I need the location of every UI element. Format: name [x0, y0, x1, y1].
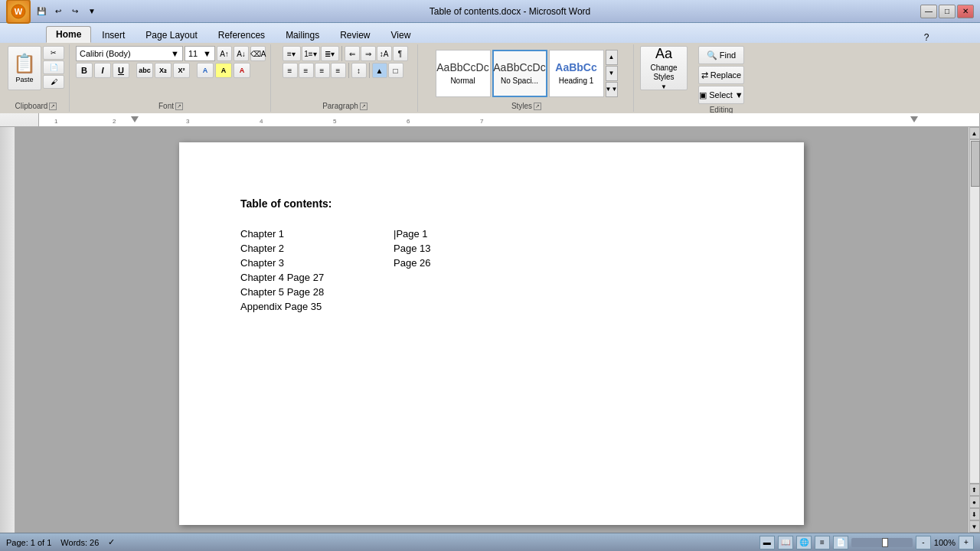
styles-label: Styles: [511, 102, 532, 110]
window-title: Table of contents.docx - Microsoft Word: [100, 6, 920, 17]
styles-more[interactable]: ▼▼: [606, 82, 618, 97]
chapter-2-label: Chapter 2: [240, 243, 394, 254]
line-spacing-button[interactable]: ↕: [351, 63, 367, 78]
minimize-button[interactable]: —: [920, 5, 937, 18]
bold-button[interactable]: B: [76, 63, 93, 78]
tab-mailings[interactable]: Mailings: [276, 27, 329, 43]
increase-font-button[interactable]: A↑: [217, 46, 232, 61]
copy-button[interactable]: 📄: [43, 60, 64, 74]
ruler-mark-2: 2: [113, 118, 116, 125]
styles-scroll-up[interactable]: ▲: [606, 50, 618, 65]
vertical-scrollbar[interactable]: ▲ ⬆ ● ⬇ ▼: [968, 127, 980, 533]
sort-button[interactable]: ↕A: [377, 46, 392, 61]
save-quick-btn[interactable]: 💾: [34, 4, 49, 19]
tab-review[interactable]: Review: [330, 27, 380, 43]
redo-quick-btn[interactable]: ↪: [67, 4, 83, 19]
font-expand-icon[interactable]: ↗: [175, 103, 183, 110]
align-left-button[interactable]: ≡: [283, 63, 298, 78]
paragraph-expand-icon[interactable]: ↗: [360, 103, 368, 110]
select-browse-button[interactable]: ●: [969, 496, 980, 508]
shading-button[interactable]: ▲: [372, 63, 387, 78]
zoom-slider[interactable]: [851, 538, 913, 547]
select-button[interactable]: ▣ Select ▼: [698, 86, 744, 104]
subscript-button[interactable]: X₂: [155, 63, 172, 78]
draft-button[interactable]: 📄: [833, 536, 848, 549]
tab-page-layout[interactable]: Page Layout: [136, 27, 207, 43]
replace-button[interactable]: ⇄ Replace: [698, 66, 744, 84]
statusbar: Page: 1 of 1 Words: 26 ✓ ▬ 📖 🌐 ≡ 📄 - 100…: [0, 533, 980, 551]
bullets-button[interactable]: ≡▾: [283, 46, 301, 61]
list-row: ≡▾ 1≡▾ ≣▾ ⇐ ⇒ ↕A ¶: [283, 46, 408, 61]
clear-format-button[interactable]: ⌫A: [250, 46, 266, 61]
tab-references[interactable]: References: [208, 27, 275, 43]
page-prev-button[interactable]: ⬆: [969, 484, 980, 496]
print-layout-button[interactable]: ▬: [760, 536, 775, 549]
align-right-button[interactable]: ≡: [315, 63, 330, 78]
web-layout-button[interactable]: 🌐: [796, 536, 812, 549]
italic-button[interactable]: I: [94, 63, 111, 78]
ribbon-content: 📋 Paste ✂ 📄 🖌 Clipboard ↗ Calibri (Body)…: [0, 43, 980, 113]
border-button[interactable]: □: [388, 63, 403, 78]
scroll-track[interactable]: [969, 139, 980, 484]
increase-indent-button[interactable]: ⇒: [361, 46, 376, 61]
numbering-button[interactable]: 1≡▾: [302, 46, 320, 61]
zoom-out-button[interactable]: -: [916, 536, 931, 549]
styles-scroll-down[interactable]: ▼: [606, 66, 618, 81]
font-family-value: Calibri (Body): [80, 49, 131, 58]
show-marks-button[interactable]: ¶: [393, 46, 408, 61]
change-styles-group: Aa ChangeStyles ▼: [635, 44, 692, 112]
titlebar: W 💾 ↩ ↪ ▼ Table of contents.docx - Micro…: [0, 0, 980, 23]
document-area[interactable]: Table of contents: Chapter 1 |Page 1 Cha…: [15, 127, 968, 533]
align-center-button[interactable]: ≡: [299, 63, 314, 78]
scroll-thumb[interactable]: [971, 141, 980, 187]
font-size-selector[interactable]: 11 ▼: [185, 46, 215, 61]
tab-home[interactable]: Home: [46, 26, 91, 43]
chapter-3-page: Page 26: [394, 257, 430, 269]
maximize-button[interactable]: □: [939, 5, 956, 18]
replace-icon: ⇄: [701, 70, 708, 80]
scroll-up-button[interactable]: ▲: [969, 127, 980, 139]
ruler-mark-5: 5: [333, 118, 336, 125]
clipboard-expand-icon[interactable]: ↗: [49, 103, 57, 110]
font-color-button[interactable]: A: [234, 63, 250, 78]
tab-view[interactable]: View: [381, 27, 421, 43]
table-row: Chapter 2 Page 13: [240, 243, 743, 254]
change-styles-button[interactable]: Aa ChangeStyles ▼: [640, 46, 688, 90]
decrease-indent-button[interactable]: ⇐: [345, 46, 360, 61]
chapter-2-page: Page 13: [394, 243, 430, 254]
tab-insert[interactable]: Insert: [92, 27, 135, 43]
heading1-style-button[interactable]: AaBbCc Heading 1: [549, 50, 604, 97]
format-painter-button[interactable]: 🖌: [43, 75, 64, 89]
full-reading-button[interactable]: 📖: [778, 536, 793, 549]
page-next-button[interactable]: ⬇: [969, 508, 980, 520]
table-row: Chapter 1 |Page 1: [240, 228, 743, 240]
outline-button[interactable]: ≡: [815, 536, 830, 549]
styles-expand-icon[interactable]: ↗: [534, 103, 541, 110]
decrease-font-button[interactable]: A↓: [234, 46, 249, 61]
cut-button[interactable]: ✂: [43, 46, 64, 60]
zoom-thumb[interactable]: [882, 538, 888, 547]
justify-button[interactable]: ≡: [331, 63, 346, 78]
zoom-in-button[interactable]: +: [959, 536, 974, 549]
align-row: ≡ ≡ ≡ ≡ ↕ ▲ □: [283, 63, 403, 78]
underline-button[interactable]: U: [113, 63, 129, 78]
find-button[interactable]: 🔍 Find: [698, 46, 744, 64]
paste-button[interactable]: 📋 Paste: [8, 46, 41, 90]
close-button[interactable]: ✕: [957, 5, 974, 18]
highlight-button[interactable]: A: [215, 63, 232, 78]
chapter-5-label: Chapter 5 Page 28: [240, 286, 394, 298]
text-effects-button[interactable]: A: [197, 63, 214, 78]
nospace-style-button[interactable]: AaBbCcDc No Spaci...: [492, 50, 547, 97]
strikethrough-button[interactable]: abc: [136, 63, 153, 78]
undo-quick-btn[interactable]: ↩: [51, 4, 66, 19]
table-row: Chapter 4 Page 27: [240, 272, 743, 283]
multilevel-button[interactable]: ≣▾: [321, 46, 339, 61]
customize-quick-btn[interactable]: ▼: [84, 4, 100, 19]
nospace-label: No Spaci...: [501, 77, 538, 85]
scroll-down-button[interactable]: ▼: [969, 520, 980, 533]
help-icon[interactable]: ?: [919, 32, 934, 43]
ribbon-tabs: Home Insert Page Layout References Maili…: [0, 23, 980, 43]
superscript-button[interactable]: X²: [173, 63, 190, 78]
normal-style-button[interactable]: AaBbCcDc Normal: [436, 50, 491, 97]
font-family-selector[interactable]: Calibri (Body) ▼: [76, 46, 183, 61]
